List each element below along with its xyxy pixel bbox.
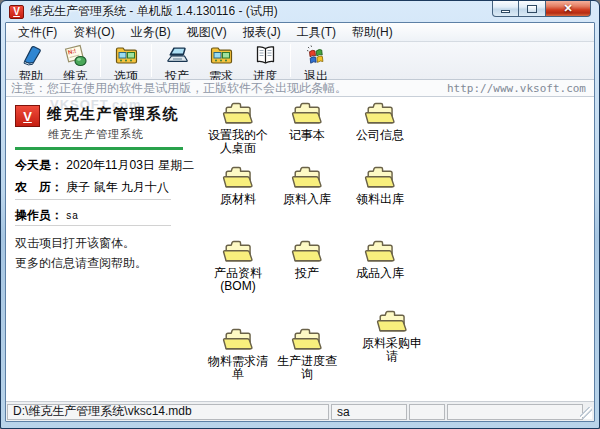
desktop-item-material-requirements[interactable]: 物料需求清 单 <box>198 326 278 381</box>
lunar-label: 农 历： <box>15 180 63 194</box>
desktop-item-finished-goods-inbound[interactable]: 成品入库 <box>340 238 420 280</box>
lunar-row: 农 历： 庚子 鼠年 九月十八 <box>15 179 169 196</box>
menu-help[interactable]: 帮助(H) <box>344 23 401 41</box>
menu-bar: 文件(F) 资料(O) 业务(B) 视图(V) 报表(J) 工具(T) 帮助(H… <box>6 23 594 42</box>
status-panel-empty <box>447 404 583 420</box>
folder-image-icon <box>209 43 234 71</box>
maximize-icon <box>527 5 537 13</box>
desktop-item-production[interactable]: 投产 <box>267 238 347 280</box>
windows-flag-icon <box>304 43 329 71</box>
maximize-button[interactable] <box>519 1 546 17</box>
toolbar-weike-button[interactable]: N:! 维克 <box>53 42 97 79</box>
menu-data[interactable]: 资料(O) <box>65 23 122 41</box>
operator-label: 操作员： <box>15 208 63 222</box>
today-value: 2020年11月03日 星期二 <box>66 158 194 172</box>
menu-file[interactable]: 文件(F) <box>10 23 65 41</box>
today-label: 今天是： <box>15 158 63 172</box>
sidebar-divider <box>15 225 171 226</box>
folder-icon <box>219 100 257 129</box>
toolbar-progress-button[interactable]: 进度 <box>243 42 287 79</box>
folder-icon <box>373 308 411 337</box>
app-icon: V <box>9 5 24 19</box>
desktop-item-company-info[interactable]: 公司信息 <box>340 100 420 142</box>
app-window: V 维克生产管理系统 - 单机版 1.4.130116 - (试用) ✕ 文件(… <box>0 0 600 429</box>
desktop-item-notepad[interactable]: 记事本 <box>267 100 347 142</box>
status-database-path: D:\维克生产管理系统\vksc14.mdb <box>7 404 329 420</box>
toolbar-options-button[interactable]: 选项 <box>104 42 148 79</box>
folder-icon <box>219 164 257 193</box>
toolbar: 帮助 N:! 维克 <box>6 42 594 80</box>
title-bar[interactable]: V 维克生产管理系统 - 单机版 1.4.130116 - (试用) ✕ <box>5 1 595 22</box>
brand-logo: V <box>15 105 40 127</box>
hint-doubleclick: 双击项目打开该窗体。 <box>15 235 135 252</box>
status-user: sa <box>331 404 407 420</box>
toolbar-separator <box>290 44 291 77</box>
menu-tools[interactable]: 工具(T) <box>289 23 344 41</box>
folder-icon <box>288 238 326 267</box>
laptop-icon <box>165 43 190 71</box>
hint-help: 更多的信息请查阅帮助。 <box>15 255 147 272</box>
desktop-item-material-inbound[interactable]: 原料入库 <box>267 164 347 206</box>
minimize-button[interactable] <box>492 1 519 17</box>
folder-icon <box>219 238 257 267</box>
close-icon: ✕ <box>563 3 572 14</box>
toolbar-demand-button[interactable]: 需求 <box>199 42 243 79</box>
menu-report[interactable]: 报表(J) <box>235 23 289 41</box>
menu-view[interactable]: 视图(V) <box>179 23 235 41</box>
resize-grip[interactable] <box>580 407 592 419</box>
trial-notice-text: 注意：您正在使用的软件是试用版，正版软件不会出现此条幅。 <box>11 80 347 97</box>
toolbar-exit-button[interactable]: 退出 <box>294 42 338 79</box>
operator-row: 操作员： sa <box>15 207 79 224</box>
lunar-value: 庚子 鼠年 九月十八 <box>66 180 169 194</box>
desktop-item-raw-materials[interactable]: 原材料 <box>198 164 278 206</box>
menu-business[interactable]: 业务(B) <box>123 23 179 41</box>
toolbar-help-button[interactable]: 帮助 <box>9 42 53 79</box>
folder-icon <box>288 326 326 355</box>
desktop-item-purchase-request[interactable]: 原料采购申 请 <box>352 308 432 363</box>
toolbar-separator <box>151 44 152 77</box>
weike-note-icon: N:! <box>63 43 88 71</box>
close-button[interactable]: ✕ <box>546 1 591 17</box>
toolbar-production-button[interactable]: 投产 <box>155 42 199 79</box>
sidebar: VKSOFT.com V 维克生产管理系统 维克生产管理系统 今天是： 2020… <box>6 97 196 401</box>
system-title: 维克生产管理系统 <box>47 105 179 124</box>
sidebar-divider <box>15 199 171 200</box>
folder-icon <box>288 100 326 129</box>
window-title: 维克生产管理系统 - 单机版 1.4.130116 - (试用) <box>30 3 278 20</box>
vendor-url-link[interactable]: http://www.vksoft.com <box>447 82 586 95</box>
client-area: 文件(F) 资料(O) 业务(B) 视图(V) 报表(J) 工具(T) 帮助(H… <box>5 22 595 422</box>
desktop-item-production-progress-query[interactable]: 生产进度查 询 <box>267 326 347 381</box>
system-subtitle: 维克生产管理系统 <box>48 127 179 142</box>
open-book-icon <box>253 43 278 71</box>
today-row: 今天是： 2020年11月03日 星期二 <box>15 157 194 174</box>
help-book-icon <box>19 43 44 71</box>
operator-value: sa <box>66 210 79 221</box>
folder-icon <box>361 238 399 267</box>
desktop-item-product-bom[interactable]: 产品资料 (BOM) <box>198 238 278 293</box>
folder-icon <box>288 164 326 193</box>
folder-icon <box>361 100 399 129</box>
status-bar: D:\维克生产管理系统\vksc14.mdb sa <box>6 401 594 421</box>
desktop-item-material-outbound[interactable]: 领料出库 <box>340 164 420 206</box>
folder-icon <box>219 326 257 355</box>
desktop-item-personal-desktop[interactable]: 设置我的个 人桌面 <box>198 100 278 155</box>
brand-row: V 维克生产管理系统 维克生产管理系统 <box>15 105 179 142</box>
minimize-icon <box>501 10 510 13</box>
accent-divider <box>15 147 183 150</box>
toolbar-separator <box>100 44 101 77</box>
window-controls: ✕ <box>492 1 591 17</box>
folder-icon <box>361 164 399 193</box>
folder-image-icon <box>114 43 139 71</box>
main-content: VKSOFT.com V 维克生产管理系统 维克生产管理系统 今天是： 2020… <box>6 97 594 401</box>
trial-notice-bar: 注意：您正在使用的软件是试用版，正版软件不会出现此条幅。 http://www.… <box>6 80 594 97</box>
status-panel-empty <box>409 404 445 420</box>
